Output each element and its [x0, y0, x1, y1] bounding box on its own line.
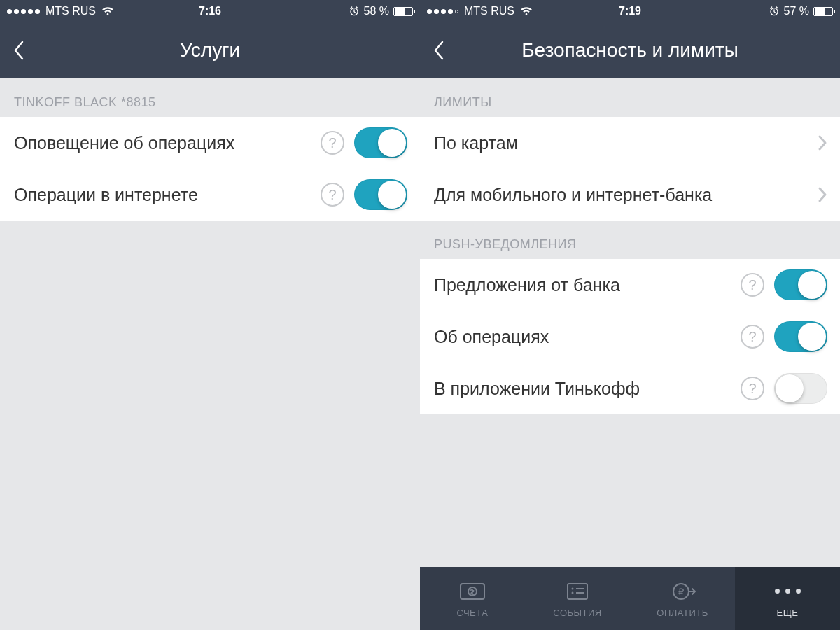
tab-pay[interactable]: ₽ ОПЛАТИТЬ [630, 567, 735, 630]
clock: 7:16 [199, 5, 221, 18]
section-header-limits: ЛИМИТЫ [420, 78, 840, 117]
toggle-notifications[interactable] [354, 127, 407, 158]
status-bar: MTS RUS 7:16 58 % [0, 0, 420, 22]
chevron-left-icon [13, 39, 25, 62]
page-title: Услуги [180, 39, 240, 62]
row-label: В приложении Тинькофф [434, 379, 734, 399]
wifi-icon [102, 6, 114, 16]
battery-icon [393, 7, 413, 16]
carrier-label: MTS RUS [46, 5, 96, 18]
battery-icon [813, 7, 833, 16]
list-services: Оповещение об операциях ? Операции в инт… [0, 117, 420, 220]
wifi-icon [520, 6, 533, 16]
section-header-push: PUSH-УВЕДОМЛЕНИЯ [420, 220, 840, 259]
help-icon[interactable]: ? [741, 325, 764, 349]
tab-events[interactable]: СОБЫТИЯ [525, 567, 630, 630]
row-label: Операции в интернете [14, 185, 314, 205]
nav-bar: Услуги [0, 22, 420, 78]
row-label: Предложения от банка [434, 275, 734, 295]
events-icon [562, 580, 593, 603]
help-icon[interactable]: ? [321, 183, 344, 206]
more-icon [775, 580, 801, 603]
screen-security: MTS RUS 7:19 57 % Безопасность и лимиты … [420, 0, 840, 630]
row-cards-limit[interactable]: По картам [420, 117, 840, 169]
toggle-internet-ops[interactable] [354, 179, 407, 210]
row-mobile-limit[interactable]: Для мобильного и интернет-банка [420, 169, 840, 220]
row-label: Для мобильного и интернет-банка [434, 185, 809, 205]
help-icon[interactable]: ? [321, 131, 344, 155]
chevron-left-icon [433, 39, 445, 62]
help-icon[interactable]: ? [741, 377, 764, 400]
tab-bar: СЧЕТА СОБЫТИЯ ₽ ОПЛАТИТ [420, 567, 840, 630]
row-bank-offers: Предложения от банка ? [420, 259, 840, 311]
back-button[interactable] [8, 35, 29, 66]
row-label: Оповещение об операциях [14, 133, 314, 153]
pay-icon: ₽ [667, 580, 698, 603]
svg-text:₽: ₽ [678, 587, 685, 597]
signal-dots [427, 9, 458, 14]
battery-text: 57 % [784, 5, 809, 18]
row-notifications: Оповещение об операциях ? [0, 117, 420, 169]
tab-accounts[interactable]: СЧЕТА [420, 567, 525, 630]
toggle-app-news[interactable] [774, 373, 827, 404]
svg-point-7 [572, 592, 574, 594]
tab-label: ЕЩЕ [776, 608, 798, 618]
chevron-right-icon [818, 186, 827, 203]
tab-more[interactable]: ЕЩЕ [735, 567, 840, 630]
nav-bar: Безопасность и лимиты [420, 22, 840, 78]
alarm-icon [349, 6, 360, 17]
toggle-bank-offers[interactable] [774, 270, 827, 300]
row-internet-ops: Операции в интернете ? [0, 169, 420, 220]
clock: 7:19 [619, 5, 641, 18]
list-push: Предложения от банка ? Об операциях ? В … [420, 259, 840, 414]
carrier-label: MTS RUS [464, 5, 514, 18]
tab-label: ОПЛАТИТЬ [657, 608, 708, 618]
list-limits: По картам Для мобильного и интернет-банк… [420, 117, 840, 220]
row-app-news: В приложении Тинькофф ? [420, 363, 840, 414]
battery-text: 58 % [364, 5, 389, 18]
tab-label: СОБЫТИЯ [553, 608, 601, 618]
alarm-icon [769, 6, 780, 17]
row-label: По картам [434, 133, 809, 153]
svg-point-5 [572, 587, 574, 589]
section-header-card: TINKOFF BLACK *8815 [0, 78, 420, 117]
status-bar: MTS RUS 7:19 57 % [420, 0, 840, 22]
chevron-right-icon [818, 134, 827, 151]
toggle-ops[interactable] [774, 321, 827, 352]
tab-label: СЧЕТА [457, 608, 489, 618]
svg-rect-4 [568, 584, 587, 599]
screen-services: MTS RUS 7:16 58 % Услуги TINKOFF BLACK *… [0, 0, 420, 630]
signal-dots [7, 9, 40, 14]
page-title: Безопасность и лимиты [522, 39, 738, 62]
help-icon[interactable]: ? [741, 273, 764, 297]
back-button[interactable] [428, 35, 449, 66]
row-ops: Об операциях ? [420, 311, 840, 363]
row-label: Об операциях [434, 327, 734, 347]
accounts-icon [457, 580, 488, 603]
